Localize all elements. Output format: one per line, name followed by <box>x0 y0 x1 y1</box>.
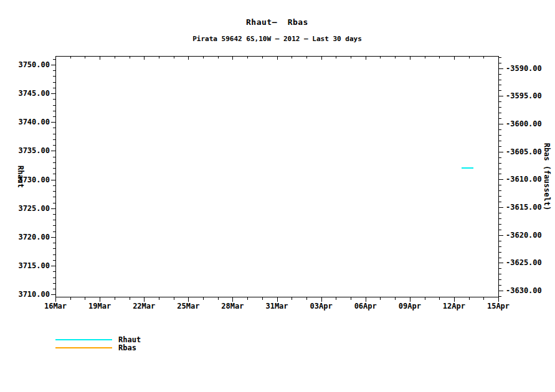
y-left-major-tick <box>51 65 55 65</box>
y-right-tick-label: -3630.00 <box>506 287 549 294</box>
y-right-minor-tick <box>499 157 501 158</box>
y-right-major-tick <box>499 235 503 236</box>
x-minor-tick <box>262 297 263 300</box>
y-right-minor-tick <box>499 274 501 274</box>
x-top-minor-tick <box>439 57 440 58</box>
y-right-tick-label: -3595.00 <box>506 92 549 100</box>
y-right-major-tick <box>499 96 503 96</box>
y-right-minor-tick <box>499 57 501 58</box>
x-tick-label: 19Mar <box>80 302 120 310</box>
y-left-minor-tick <box>53 76 55 77</box>
x-major-tick <box>100 297 100 302</box>
chart-subtitle: Pirata 59642 6S,10W – 2012 – Last 30 day… <box>55 35 499 43</box>
y-left-minor-tick <box>53 220 55 220</box>
x-tick-label: 12Apr <box>434 302 474 310</box>
x-top-minor-tick <box>174 57 174 58</box>
y-right-minor-tick <box>499 80 501 80</box>
legend-line-rhaut-icon <box>55 339 112 340</box>
x-minor-tick <box>469 297 470 300</box>
y-left-minor-tick <box>53 214 55 215</box>
y-right-minor-tick <box>499 163 501 164</box>
x-tick-label: 22Mar <box>124 302 164 310</box>
y-left-major-tick <box>51 266 55 266</box>
x-minor-tick <box>85 297 85 300</box>
y-left-minor-tick <box>53 70 55 71</box>
y-right-minor-tick <box>499 118 501 119</box>
y-left-minor-tick <box>53 283 55 284</box>
x-top-minor-tick <box>115 57 115 58</box>
y-right-minor-tick <box>499 296 501 297</box>
x-top-minor-tick <box>351 57 351 58</box>
y-left-minor-tick <box>53 271 55 272</box>
y-left-minor-tick <box>53 289 55 289</box>
x-tick-label: 06Apr <box>346 302 386 310</box>
y-left-tick-label: 3735.00 <box>12 147 50 154</box>
chart-title: Rhaut– Rbas <box>55 17 499 27</box>
y-right-minor-tick <box>499 90 501 91</box>
y-left-major-tick <box>51 151 55 151</box>
legend-item-rhaut: Rhaut <box>55 335 141 343</box>
y-left-minor-tick <box>53 185 55 186</box>
y-right-minor-tick <box>499 224 501 225</box>
x-major-tick <box>454 297 455 302</box>
y-left-minor-tick <box>53 145 55 146</box>
x-top-major-tick <box>144 57 145 60</box>
y-right-minor-tick <box>499 101 501 102</box>
y-left-minor-tick <box>53 162 55 163</box>
y-left-major-tick <box>51 93 55 94</box>
x-top-minor-tick <box>306 57 307 58</box>
y-right-tick-label: -3625.00 <box>506 259 549 266</box>
x-top-minor-tick <box>130 57 130 58</box>
x-top-major-tick <box>277 57 278 60</box>
x-minor-tick <box>218 297 219 300</box>
x-major-tick <box>277 297 278 302</box>
x-minor-tick <box>425 297 425 300</box>
y-left-tick-label: 3720.00 <box>12 233 50 241</box>
y-left-tick-label: 3745.00 <box>12 90 50 97</box>
y-left-minor-tick <box>53 157 55 157</box>
x-major-tick <box>232 297 233 302</box>
x-minor-tick <box>130 297 130 300</box>
y-left-minor-tick <box>53 82 55 83</box>
x-major-tick <box>55 297 56 302</box>
legend: Rhaut Rbas <box>55 335 141 352</box>
x-top-major-tick <box>410 57 410 60</box>
y-right-minor-tick <box>499 141 501 141</box>
y-right-minor-tick <box>499 74 501 75</box>
y-right-minor-tick <box>499 246 501 247</box>
x-top-minor-tick <box>380 57 381 58</box>
y-left-major-tick <box>51 122 55 123</box>
y-right-minor-tick <box>499 252 501 253</box>
y-right-tick-label: -3590.00 <box>506 65 549 72</box>
y-left-tick-label: 3715.00 <box>12 262 50 269</box>
y-right-tick-label: -3620.00 <box>506 231 549 239</box>
y-right-minor-tick <box>499 285 501 286</box>
y-left-minor-tick <box>53 174 55 174</box>
x-top-minor-tick <box>469 57 470 58</box>
x-minor-tick <box>292 297 292 300</box>
x-top-major-tick <box>321 57 322 60</box>
y-right-major-tick <box>499 291 503 291</box>
x-major-tick <box>498 297 499 302</box>
x-minor-tick <box>159 297 159 300</box>
y-right-minor-tick <box>499 85 501 85</box>
y-right-minor-tick <box>499 190 501 191</box>
x-minor-tick <box>203 297 204 300</box>
y-left-minor-tick <box>53 191 55 192</box>
chart-canvas: Rhaut– Rbas Pirata 59642 6S,10W – 2012 –… <box>0 0 555 392</box>
x-tick-label: 16Mar <box>36 302 75 310</box>
x-tick-label: 09Apr <box>390 302 430 310</box>
y-left-minor-tick <box>53 111 55 111</box>
x-top-minor-tick <box>292 57 292 58</box>
x-top-major-tick <box>366 57 366 60</box>
y-right-minor-tick <box>499 268 501 269</box>
y-left-minor-tick <box>53 116 55 117</box>
y-left-tick-label: 3710.00 <box>12 291 50 298</box>
x-top-minor-tick <box>247 57 248 58</box>
x-minor-tick <box>380 297 381 300</box>
x-top-major-tick <box>454 57 455 60</box>
y-right-major-tick <box>499 263 503 263</box>
x-top-minor-tick <box>159 57 159 58</box>
x-top-major-tick <box>100 57 100 60</box>
y-left-minor-tick <box>53 168 55 169</box>
